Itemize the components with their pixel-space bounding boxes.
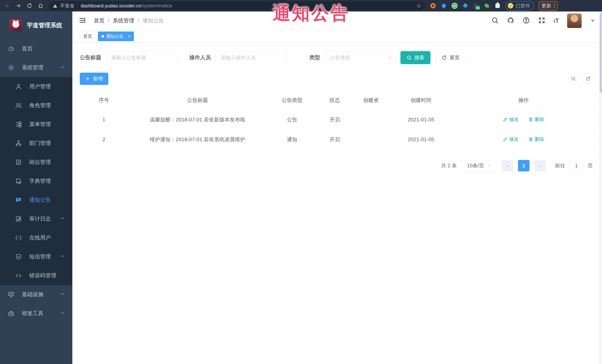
book-icon (15, 178, 22, 184)
reload-icon[interactable] (26, 3, 33, 9)
gear-icon (8, 64, 14, 71)
goto-page-input[interactable] (570, 160, 583, 171)
back-icon[interactable] (4, 3, 11, 9)
notice-table: 序号 公告标题 公告类型 状态 创建者 创建时间 操作 1 温馨提醒：2018-… (80, 91, 595, 150)
page-size-select[interactable]: 10条/页 (462, 160, 497, 171)
sidebar-item-system[interactable]: 系统管理 (0, 58, 72, 77)
browser-menu-icon[interactable] (554, 4, 555, 8)
extension-diamond-icon[interactable] (462, 3, 468, 9)
chevron-down-icon (387, 55, 392, 60)
breadcrumb-home[interactable]: 首页 (94, 17, 105, 24)
page-1-button[interactable]: 1 (518, 160, 529, 171)
chevron-down-icon (60, 291, 65, 298)
address-bar[interactable]: 不安全 dashboard.yudao.iocoder.cn/system/no… (49, 1, 425, 10)
paused-label: 已暂停 (516, 3, 530, 9)
chevron-down-icon (60, 254, 65, 260)
user-icon (15, 83, 22, 90)
col-title: 公告标题 (128, 91, 267, 110)
chevron-up-icon (60, 65, 65, 71)
total-count: 共 2 条 (441, 162, 457, 169)
github-icon[interactable] (507, 17, 514, 25)
extensions-puzzle-icon[interactable] (494, 3, 501, 9)
sidebar-item-audit-log[interactable]: 审计日志 (0, 209, 72, 228)
tag-notice[interactable]: 通知公告 × (98, 31, 134, 41)
sidebar-item-infrastructure[interactable]: 基础设施 (0, 285, 72, 304)
close-tab-icon[interactable]: × (128, 34, 130, 39)
fullscreen-icon[interactable] (538, 17, 545, 25)
goto-label: 前往 (555, 162, 565, 169)
sidebar-item-dictionary[interactable]: 字典管理 (0, 172, 72, 190)
tools-icon (8, 310, 14, 317)
breadcrumb: 首页 / 系统管理 / 通知公告 (94, 17, 164, 24)
refresh-table-button[interactable] (583, 73, 593, 84)
logo-rabbit-image (10, 19, 22, 31)
sidebar-item-menus[interactable]: 菜单管理 (0, 115, 72, 134)
tags-view-bar: 首页 通知公告 × (72, 30, 602, 43)
table-row[interactable]: 2 维护通知：2018-07-01 若依系统凌晨维护 通知 开启 2021-01… (80, 130, 595, 150)
sidebar-item-online-users[interactable]: 在线用户 (0, 228, 72, 247)
monitor-icon (8, 291, 14, 298)
sidebar-item-departments[interactable]: 部门管理 (0, 134, 72, 153)
extension-leaf-icon[interactable] (484, 3, 490, 9)
col-creator: 创建者 (352, 91, 389, 110)
prev-page-button[interactable]: ‹ (502, 160, 513, 171)
chrome-update-button[interactable]: 更新 (538, 1, 558, 10)
help-icon[interactable] (522, 17, 530, 25)
sidebar-item-notice[interactable]: 通知公告 (0, 190, 72, 209)
table-row[interactable]: 1 温馨提醒：2018-07-01 若依新版本发布啦 公告 开启 2021-01… (80, 110, 595, 130)
app-logo[interactable]: 芋道管理系统 (0, 11, 72, 39)
message-icon (15, 197, 22, 203)
table-header-row: 序号 公告标题 公告类型 状态 创建者 创建时间 操作 (80, 91, 595, 110)
notice-title-input[interactable] (106, 51, 177, 64)
extension-database-on-icon[interactable] (473, 3, 479, 9)
font-size-icon[interactable]: tT (554, 17, 559, 24)
user-avatar[interactable] (567, 13, 582, 28)
edit-button[interactable]: 修改 (503, 136, 519, 143)
type-label: 类型 (309, 54, 320, 61)
menu-tree-icon (15, 121, 22, 128)
tag-home[interactable]: 首页 (80, 31, 96, 41)
home-icon[interactable] (37, 3, 44, 9)
next-page-button[interactable]: › (534, 160, 546, 171)
sidebar-item-posts[interactable]: 岗位管理 (0, 153, 72, 172)
reset-button[interactable]: 重置 (436, 51, 466, 64)
content-area: 公告标题 操作人员 类型 公告类型 搜索 重置 (72, 43, 602, 364)
extensions-row (430, 3, 501, 9)
sidebar-item-home[interactable]: 首页 (0, 39, 72, 58)
extension-green-circle-icon[interactable] (452, 3, 458, 9)
breadcrumb-system[interactable]: 系统管理 (113, 17, 134, 24)
chevron-down-icon (487, 164, 492, 168)
pagination: 共 2 条 10条/页 ‹ 1 › 前往 页 (80, 160, 595, 171)
active-dot-icon (101, 35, 104, 38)
delete-button[interactable]: 删除 (528, 136, 544, 143)
bookmark-star-icon[interactable]: ☆ (416, 3, 421, 9)
profile-paused-badge[interactable]: 已暂停 (505, 1, 534, 10)
extension-pin-icon[interactable] (441, 3, 447, 9)
sidebar-item-sms[interactable]: 短信管理 (0, 247, 72, 266)
type-select[interactable]: 公告类型 (325, 51, 396, 64)
users-icon (15, 102, 22, 109)
extension-orange-icon[interactable] (430, 3, 436, 9)
edit-icon (503, 117, 508, 122)
sidebar-item-error-codes[interactable]: 错误码管理 (0, 266, 72, 285)
forward-icon[interactable] (15, 3, 22, 9)
sidebar-item-roles[interactable]: 角色管理 (0, 96, 72, 115)
code-icon (15, 272, 22, 279)
delete-button[interactable]: 删除 (528, 116, 544, 123)
collapse-sidebar-icon[interactable] (79, 17, 86, 25)
avatar-caret-icon[interactable] (591, 20, 595, 22)
header-search-icon[interactable] (491, 17, 499, 25)
col-actions: 操作 (452, 91, 595, 110)
not-secure-icon (53, 4, 57, 8)
chevron-down-icon (60, 216, 65, 222)
col-created: 创建时间 (389, 91, 452, 110)
sidebar-item-dev-tools[interactable]: 研发工具 (0, 304, 72, 323)
operator-input[interactable] (216, 51, 287, 64)
add-button[interactable]: 新增 (80, 73, 108, 85)
edit-button[interactable]: 修改 (503, 116, 519, 123)
search-button[interactable]: 搜索 (400, 51, 430, 64)
sidebar-item-users[interactable]: 用户管理 (0, 77, 72, 96)
toggle-search-button[interactable] (568, 73, 579, 84)
operator-label: 操作人员 (189, 54, 211, 61)
edit-icon (503, 137, 508, 142)
